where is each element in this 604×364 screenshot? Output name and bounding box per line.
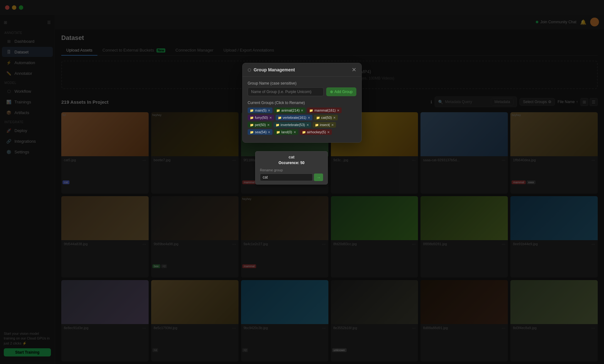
remove-group-icon[interactable]: ✕	[308, 116, 310, 119]
group-label: vertebrate(161)	[283, 116, 306, 119]
folder-icon: 📁	[276, 130, 280, 134]
remove-group-icon[interactable]: ✕	[268, 109, 270, 112]
folder-icon: 📁	[309, 109, 313, 112]
remove-group-icon[interactable]: ✕	[268, 130, 270, 134]
rename-input[interactable]	[260, 174, 313, 181]
rename-confirm-button[interactable]: →	[314, 174, 323, 181]
group-tag-land[interactable]: 📁 land(0) ✕	[274, 129, 298, 135]
remove-group-icon[interactable]: ✕	[331, 123, 334, 127]
remove-group-icon[interactable]: ✕	[267, 123, 270, 127]
rename-label: Rename group	[260, 168, 323, 172]
group-tag-main[interactable]: 📁 main(5) ✕	[248, 108, 272, 113]
group-tag-sea[interactable]: 📁 sea(54) ✕	[248, 129, 272, 135]
folder-icon: 📁	[250, 130, 254, 134]
folder-icon: 📁	[250, 116, 254, 119]
group-tag-cat[interactable]: 📁 cat(50) ✕	[314, 115, 338, 120]
modal-overlay[interactable]: ⬡ Group Management ✕ Group Name (case se…	[0, 0, 604, 364]
group-label: mammal(161)	[314, 108, 336, 112]
group-tag-invertebrate[interactable]: 📁 invertebrate(53) ✕	[273, 122, 311, 128]
modal-group-icon: ⬡	[248, 68, 251, 72]
group-label: insect(	[320, 123, 330, 127]
remove-group-icon[interactable]: ✕	[301, 109, 303, 112]
group-tag-pet[interactable]: 📁 pet(50) ✕	[248, 122, 272, 128]
plus-icon: ⊕	[330, 90, 333, 94]
group-label: cat(50)	[321, 116, 332, 119]
tooltip-occurrence: Occurence: 50	[260, 161, 323, 165]
group-label: land(0)	[281, 130, 292, 134]
group-tag-vertebrate[interactable]: 📁 vertebrate(161) ✕	[276, 115, 312, 120]
remove-group-icon[interactable]: ✕	[294, 130, 296, 134]
group-label: sea(54)	[255, 130, 266, 134]
group-tag-insect[interactable]: 📁 insect( ✕	[313, 122, 336, 128]
remove-group-icon[interactable]: ✕	[306, 123, 309, 127]
tooltip-group-name: cat	[260, 155, 323, 159]
remove-group-icon[interactable]: ✕	[333, 116, 336, 119]
group-name-input[interactable]	[248, 87, 324, 96]
current-groups-label: Current Groups (Click to Rename)	[248, 101, 356, 105]
folder-icon: 📁	[250, 123, 254, 127]
folder-icon: 📁	[315, 123, 319, 127]
group-label: furry(50)	[255, 116, 268, 119]
folder-icon: 📁	[302, 130, 306, 134]
folder-icon: 📁	[276, 109, 280, 112]
group-tag-furry[interactable]: 📁 furry(50) ✕	[248, 115, 274, 120]
group-tooltip: cat Occurence: 50 Rename group →	[255, 151, 328, 185]
group-tag-airhockey[interactable]: 📁 airhockey(5) ✕	[300, 129, 332, 135]
remove-group-icon[interactable]: ✕	[269, 116, 272, 119]
modal-body: Group Name (case sensitive) ⊕ Add Group …	[243, 77, 361, 142]
rename-row: →	[260, 174, 323, 181]
folder-icon: 📁	[276, 123, 279, 127]
group-label: main(5)	[255, 108, 266, 112]
add-group-button[interactable]: ⊕ Add Group	[326, 87, 356, 96]
modal-title: Group Management	[254, 67, 295, 72]
group-label: pet(50)	[255, 123, 266, 127]
modal-header: ⬡ Group Management ✕	[243, 63, 361, 77]
remove-group-icon[interactable]: ✕	[337, 109, 339, 112]
add-group-row: ⊕ Add Group	[248, 87, 356, 96]
folder-icon: 📁	[316, 116, 320, 119]
folder-icon: 📁	[250, 109, 254, 112]
group-management-modal: ⬡ Group Management ✕ Group Name (case se…	[242, 63, 362, 143]
remove-group-icon[interactable]: ✕	[327, 130, 330, 134]
folder-icon: 📁	[278, 116, 282, 119]
group-tag-mammal[interactable]: 📁 mammal(161) ✕	[307, 108, 342, 113]
group-label: invertebrate(53)	[281, 123, 305, 127]
group-tag-animal[interactable]: 📁 animal(214) ✕	[274, 108, 305, 113]
group-name-label: Group Name (case sensitive)	[248, 81, 356, 85]
groups-container: 📁 main(5) ✕ 📁 animal(214) ✕ 📁 mammal(161…	[248, 108, 356, 135]
group-label: animal(214)	[281, 108, 299, 112]
group-label: airhockey(5)	[307, 130, 326, 134]
modal-close-button[interactable]: ✕	[352, 67, 356, 73]
